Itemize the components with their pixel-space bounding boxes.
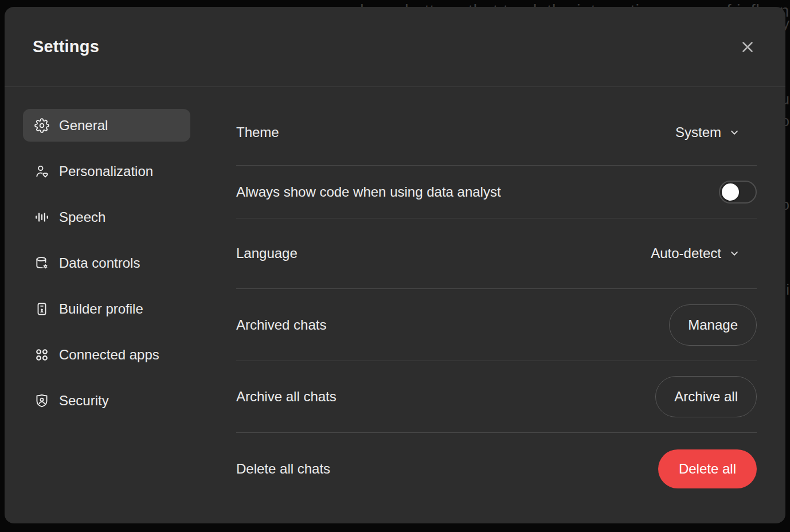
settings-modal: Settings General Personalization <box>5 7 785 523</box>
sidebar-item-label: Builder profile <box>59 301 143 317</box>
delete-all-button[interactable]: Delete all <box>658 449 757 488</box>
gear-icon <box>34 118 49 133</box>
modal-title: Settings <box>33 37 99 56</box>
language-row: Language Auto-detect <box>236 218 757 289</box>
close-icon <box>739 38 756 56</box>
archive-all-button[interactable]: Archive all <box>655 376 757 417</box>
show-code-label: Always show code when using data analyst <box>236 184 501 200</box>
sidebar-item-label: Speech <box>59 209 105 225</box>
sidebar-item-label: Personalization <box>59 163 153 179</box>
delete-all-label: Delete all chats <box>236 461 330 477</box>
settings-sidebar: General Personalization Speech Data cont… <box>23 87 190 523</box>
sidebar-item-personalization[interactable]: Personalization <box>23 155 190 187</box>
toggle-knob <box>722 183 739 201</box>
theme-dropdown-value: System <box>675 124 721 140</box>
sidebar-item-data-controls[interactable]: Data controls <box>23 247 190 279</box>
delete-all-row: Delete all chats Delete all <box>236 433 757 505</box>
person-heart-icon <box>34 164 49 179</box>
archived-chats-row: Archived chats Manage <box>236 289 757 361</box>
waveform-icon <box>34 210 49 225</box>
sidebar-item-label: Connected apps <box>59 347 159 363</box>
sidebar-item-security[interactable]: Security <box>23 384 190 417</box>
sidebar-item-connected-apps[interactable]: Connected apps <box>23 338 190 371</box>
theme-label: Theme <box>236 124 279 140</box>
close-button[interactable] <box>736 36 759 58</box>
database-gear-icon <box>34 256 49 271</box>
shield-person-icon <box>34 393 49 408</box>
archive-all-label: Archive all chats <box>236 389 337 405</box>
modal-header: Settings <box>5 7 785 87</box>
language-dropdown-value: Auto-detect <box>651 245 721 261</box>
sidebar-item-general[interactable]: General <box>23 109 190 142</box>
sidebar-item-builder-profile[interactable]: Builder profile <box>23 292 190 325</box>
language-label: Language <box>236 245 298 261</box>
manage-archived-button[interactable]: Manage <box>669 304 757 346</box>
sidebar-item-speech[interactable]: Speech <box>23 201 190 233</box>
chevron-down-icon <box>728 247 741 260</box>
sidebar-item-label: General <box>59 118 108 134</box>
grid-circles-icon <box>34 347 49 362</box>
sidebar-item-label: Data controls <box>59 255 140 271</box>
archive-all-row: Archive all chats Archive all <box>236 361 757 433</box>
theme-dropdown[interactable]: System <box>675 124 741 140</box>
modal-body: General Personalization Speech Data cont… <box>5 87 785 523</box>
show-code-row: Always show code when using data analyst <box>236 166 757 218</box>
always-show-code-toggle[interactable] <box>719 181 757 204</box>
theme-row: Theme System <box>236 100 757 166</box>
chevron-down-icon <box>728 126 741 139</box>
settings-content: Theme System Always show code when using… <box>236 87 757 523</box>
language-dropdown[interactable]: Auto-detect <box>651 245 741 261</box>
sidebar-item-label: Security <box>59 393 109 409</box>
id-card-icon <box>34 302 49 316</box>
archived-chats-label: Archived chats <box>236 317 326 333</box>
